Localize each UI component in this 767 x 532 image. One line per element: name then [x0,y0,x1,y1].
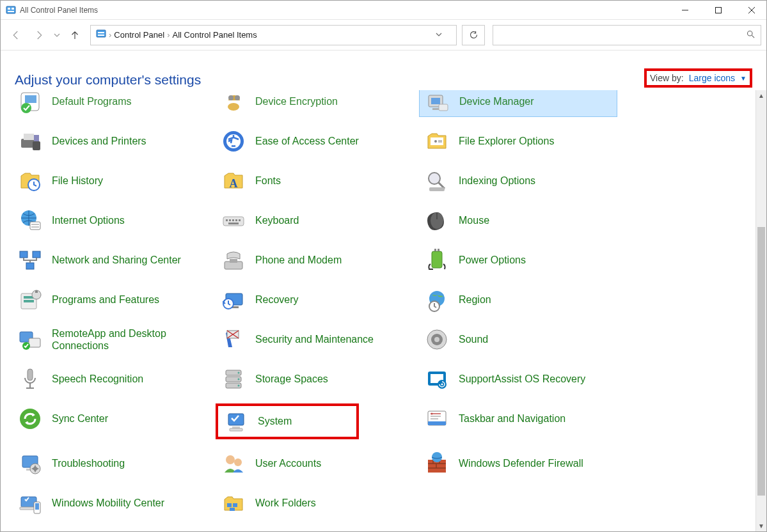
devices-printers-icon [16,127,44,155]
control-panel-window: All Control Panel Items › Control Panel … [0,0,767,532]
svg-rect-115 [227,503,232,507]
svg-rect-43 [229,219,231,221]
items-grid: Default ProgramsDevice EncryptionDevice … [1,90,755,531]
svg-point-87 [441,384,443,386]
cp-item-label: Taskbar and Navigation [459,412,565,425]
svg-rect-25 [33,141,40,150]
search-input[interactable] [498,29,746,40]
cp-item-storage-spaces[interactable]: Storage Spaces [216,364,414,395]
scroll-up-arrow-icon[interactable]: ▲ [756,90,766,101]
cp-item-sound[interactable]: Sound [419,324,617,355]
search-box[interactable] [493,25,761,45]
svg-rect-60 [24,300,34,302]
svg-point-74 [434,337,439,342]
cp-item-windows-mobility-center[interactable]: Windows Mobility Center [12,488,210,519]
svg-rect-26 [34,135,39,141]
vertical-scrollbar[interactable]: ▲ ▼ [755,90,766,531]
cp-item-label: Windows Mobility Center [52,497,164,509]
cp-item-power-options[interactable]: Power Options [419,245,617,276]
scrollbar-track[interactable] [756,101,766,520]
cp-item-label: Internet Options [52,214,125,226]
address-dropdown-icon[interactable] [427,30,451,40]
svg-rect-1 [8,8,10,10]
cp-item-device-manager[interactable]: Device Manager [419,90,617,117]
scrollbar-thumb[interactable] [757,227,765,496]
storage-spaces-icon [219,365,248,393]
cp-item-recovery[interactable]: Recovery [216,285,414,315]
cp-item-speech-recognition[interactable]: Speech Recognition [12,364,210,395]
cp-item-taskbar-and-navigation[interactable]: Taskbar and Navigation [419,403,617,434]
cp-item-windows-defender-firewall[interactable]: Windows Defender Firewall [419,448,617,479]
svg-rect-20 [431,98,440,104]
refresh-button[interactable] [462,25,485,45]
cp-item-indexing-options[interactable]: Indexing Options [419,166,617,196]
nav-recent-dropdown[interactable] [52,25,62,45]
cp-item-file-history[interactable]: File History [12,166,210,196]
cp-item-internet-options[interactable]: Internet Options [12,205,210,236]
ease-of-access-icon [219,127,248,155]
cp-item-devices-and-printers[interactable]: Devices and Printers [12,126,210,157]
svg-rect-47 [228,223,239,224]
svg-rect-15 [25,95,36,103]
scroll-down-arrow-icon[interactable]: ▼ [756,520,766,531]
svg-rect-116 [233,503,237,507]
cp-item-mouse[interactable]: Mouse [419,205,617,236]
cp-item-work-folders[interactable]: Work Folders [216,488,414,519]
cp-item-user-accounts[interactable]: User Accounts [216,448,414,479]
cp-item-region[interactable]: Region [419,285,617,315]
cp-item-label: Sound [459,333,488,345]
maximize-button[interactable] [704,1,733,20]
cp-item-label: Device Encryption [255,95,338,107]
cp-item-label: Network and Sharing Center [52,254,181,266]
cp-item-ease-of-access-center[interactable]: Ease of Access Center [216,126,414,157]
svg-rect-22 [432,108,439,110]
svg-point-103 [234,458,242,466]
search-icon[interactable] [746,29,755,41]
control-panel-app-icon [6,5,16,15]
taskbar-nav-icon [423,405,451,433]
cp-item-troubleshooting[interactable]: Troubleshooting [12,448,210,479]
svg-rect-2 [12,8,14,10]
svg-point-88 [20,409,40,429]
svg-point-101 [33,467,37,471]
cp-item-keyboard[interactable]: Keyboard [216,205,414,236]
cp-item-device-encryption[interactable]: Device Encryption [216,90,414,117]
view-by-selector[interactable]: View by: Large icons ▼ [644,68,752,88]
cp-item-system[interactable]: System [216,403,359,439]
svg-rect-10 [98,35,104,36]
minimize-button[interactable] [670,1,700,20]
svg-rect-93 [428,421,446,425]
device-manager-icon [423,90,452,116]
breadcrumb-seg-control-panel[interactable]: Control Panel [114,30,164,40]
remoteapp-icon [16,325,44,354]
svg-point-110 [432,452,442,462]
cp-item-network-and-sharing-center[interactable]: Network and Sharing Center [12,245,210,276]
cp-item-label: Phone and Modem [255,254,342,266]
breadcrumb-seg-all-items[interactable]: All Control Panel Items [172,30,257,40]
svg-point-81 [238,372,240,374]
cp-item-label: Devices and Printers [52,135,146,147]
cp-item-label: Power Options [459,254,526,266]
address-bar[interactable]: › Control Panel › All Control Panel Item… [90,25,457,45]
cp-item-sync-center[interactable]: Sync Center [12,403,210,434]
nav-forward-button[interactable] [29,25,49,45]
svg-rect-31 [438,140,442,143]
cp-item-fonts[interactable]: AFonts [216,166,414,196]
svg-point-30 [434,140,437,143]
nav-back-button[interactable] [6,25,26,45]
cp-item-supportassist-os-recovery[interactable]: SupportAssist OS Recovery [419,364,617,395]
cp-item-programs-and-features[interactable]: Programs and Features [12,285,210,315]
chevron-right-icon: › [167,30,170,40]
cp-item-remoteapp-and-desktop-connections[interactable]: RemoteApp and Desktop Connections [12,324,210,355]
cp-item-label: User Accounts [255,457,321,469]
svg-rect-51 [33,251,40,258]
svg-rect-56 [434,249,436,251]
nav-up-button[interactable] [65,25,85,45]
file-history-icon [16,167,44,195]
cp-item-phone-and-modem[interactable]: Phone and Modem [216,245,414,276]
cp-item-default-programs[interactable]: Default Programs [12,90,210,117]
cp-item-security-and-maintenance[interactable]: Security and Maintenance [216,324,414,355]
cp-item-file-explorer-options[interactable]: File Explorer Options [419,126,617,157]
close-button[interactable] [737,1,766,20]
chevron-right-icon: › [109,30,111,40]
